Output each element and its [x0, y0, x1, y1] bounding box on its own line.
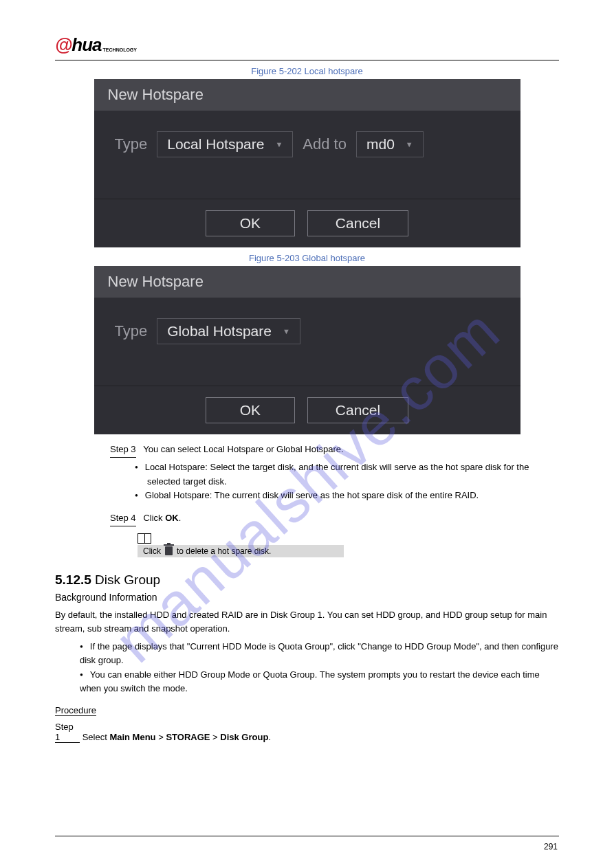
type-select-value-2: Global Hotspare	[167, 323, 272, 340]
type-select-value-1: Local Hotspare	[167, 136, 264, 153]
chevron-down-icon: ▼	[275, 140, 283, 148]
proc-step-num: Step 1	[55, 722, 80, 743]
proc-b3: Disk Group	[220, 732, 268, 742]
type-label-2: Type	[115, 322, 148, 340]
procedure-step1: Step 1 Select Main Menu > STORAGE > Disk…	[80, 722, 559, 743]
proc-sep1: >	[158, 732, 166, 742]
proc-after: .	[268, 732, 271, 742]
type-label-1: Type	[115, 135, 148, 153]
step3-text: You can select Local Hotspare or Global …	[143, 444, 343, 454]
step3-label: Step 3	[110, 443, 136, 458]
type-select-2[interactable]: Global Hotspare ▼	[157, 318, 300, 344]
dialog-footer-1: OK Cancel	[94, 199, 520, 247]
proc-sep2: >	[212, 732, 220, 742]
note-strip: Click to delete a hot spare disk.	[138, 545, 344, 557]
step4-text-before: Click	[143, 513, 165, 523]
page-number: 291	[544, 842, 558, 852]
dialog-body-1: Type Local Hotspare ▼ Add to md0 ▼	[94, 111, 520, 199]
figure-caption-1: Figure 5-202 Local hotspare	[55, 66, 559, 76]
ok-button-1[interactable]: OK	[206, 210, 295, 236]
cancel-button-2[interactable]: Cancel	[307, 397, 408, 423]
logo-sub: TECHNOLOGY	[103, 47, 137, 52]
dialog-global-hotspare: New Hotspare Type Global Hotspare ▼ OK C…	[94, 266, 520, 434]
section-number: 5.12.5	[55, 572, 95, 587]
addto-label: Add to	[303, 135, 347, 153]
step4-block: Step 4 Click OK.	[110, 511, 559, 529]
section-para1: By default, the installed HDD and create…	[55, 610, 547, 634]
step4-text-after: .	[179, 513, 182, 523]
note-after: to delete a hot spare disk.	[177, 546, 271, 556]
dialog-title-1: New Hotspare	[94, 79, 520, 111]
note-before: Click	[143, 546, 161, 556]
section-heading: 5.12.5 Disk Group	[55, 572, 559, 588]
section-title: Disk Group	[95, 572, 160, 587]
procedure-label: Procedure	[55, 705, 96, 716]
figure-caption-2: Figure 5-203 Global hotspare	[55, 253, 559, 263]
dialog-footer-2: OK Cancel	[94, 386, 520, 434]
dialog-local-hotspare: New Hotspare Type Local Hotspare ▼ Add t…	[94, 79, 520, 247]
logo-hua: hua	[72, 34, 101, 56]
book-icon	[138, 533, 151, 544]
type-select-1[interactable]: Local Hotspare ▼	[157, 131, 293, 157]
header-divider	[55, 60, 559, 60]
trash-icon	[165, 546, 173, 555]
section-body: By default, the installed HDD and create…	[55, 608, 559, 695]
bg-info-title: Background Information	[55, 592, 559, 603]
addto-select[interactable]: md0 ▼	[356, 131, 424, 157]
note-icon-row	[138, 533, 559, 544]
brand-logo: @hua TECHNOLOGY	[55, 34, 559, 56]
step4-label: Step 4	[110, 511, 136, 526]
dialog-body-2: Type Global Hotspare ▼	[94, 298, 520, 386]
step3-bullet2: Global Hotspare: The current disk will s…	[147, 489, 559, 503]
chevron-down-icon: ▼	[283, 327, 290, 335]
chevron-down-icon: ▼	[406, 140, 413, 148]
ok-button-2[interactable]: OK	[206, 397, 295, 423]
proc-b1: Main Menu	[109, 732, 155, 742]
footer-divider	[55, 836, 559, 836]
logo-at: @	[55, 34, 72, 56]
proc-b2: STORAGE	[166, 732, 210, 742]
cancel-button-1[interactable]: Cancel	[307, 210, 408, 236]
section-li2: You can enable either HDD Group Mode or …	[80, 668, 559, 695]
proc-before: Select	[83, 732, 110, 742]
dialog-title-2: New Hotspare	[94, 266, 520, 298]
step3-block: Step 3 You can select Local Hotspare or …	[110, 443, 559, 503]
addto-select-value: md0	[366, 136, 395, 153]
section-li1: If the page displays that "Current HDD M…	[80, 640, 559, 667]
step3-bullet1: Local Hotspare: Select the target disk, …	[147, 460, 559, 489]
step4-bold: OK	[165, 513, 179, 523]
